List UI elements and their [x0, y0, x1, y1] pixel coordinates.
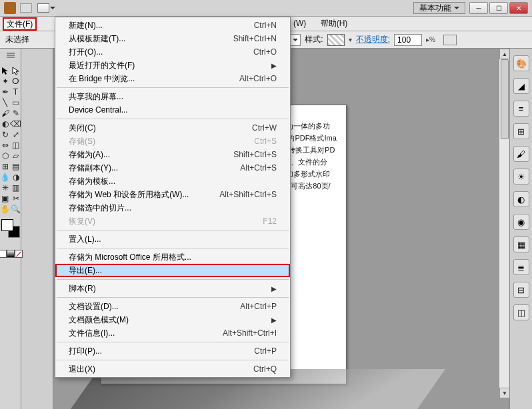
close-button[interactable]: ✕ [509, 2, 528, 14]
menu-item[interactable]: 最近打开的文件(F)▶ [55, 59, 290, 72]
scroll-down-icon[interactable]: ▼ [499, 388, 509, 398]
menu-item-shortcut: Alt+Shift+Ctrl+I [223, 328, 277, 338]
menu-help[interactable]: 帮助(H) [321, 19, 348, 28]
menu-item-label: 存储为模板... [69, 176, 115, 187]
type-tool[interactable]: T [11, 87, 21, 97]
menu-item[interactable]: 存储为 Web 和设备所用格式(W)...Alt+Shift+Ctrl+S [55, 188, 290, 201]
menu-item[interactable]: 退出(X)Ctrl+Q [55, 362, 290, 376]
mesh-tool[interactable]: ⊞ [1, 162, 10, 171]
free-transform-tool[interactable]: ◫ [11, 141, 21, 150]
scroll-up-icon[interactable]: ▲ [499, 49, 509, 59]
appearance-panel-icon[interactable]: ◉ [513, 214, 529, 230]
menu-item[interactable]: 脚本(R)▶ [55, 282, 290, 295]
file-menu-dropdown: 新建(N)...Ctrl+N从模板新建(T)...Shift+Ctrl+N打开(… [55, 17, 291, 378]
pen-tool[interactable]: ✒ [1, 87, 10, 97]
secondary-panel [21, 49, 53, 409]
graphic-styles-panel-icon[interactable]: ▦ [513, 236, 529, 252]
chevron-down-icon [454, 7, 459, 12]
color-mode-solid[interactable] [0, 250, 7, 258]
menu-item[interactable]: 存储为(A)...Shift+Ctrl+S [55, 148, 290, 161]
menu-item-shortcut: Shift+Ctrl+N [233, 34, 277, 43]
fill-color[interactable] [1, 219, 13, 231]
menu-item[interactable]: 打印(P)...Ctrl+P [55, 344, 290, 358]
rotate-tool[interactable]: ↻ [1, 130, 10, 139]
blend-tool[interactable]: ◑ [11, 173, 21, 182]
color-mode-gradient[interactable] [7, 250, 15, 258]
minimize-button[interactable]: ─ [469, 2, 488, 14]
color-panel-icon[interactable]: 🎨 [513, 55, 529, 71]
menu-item[interactable]: 打开(O)...Ctrl+O [55, 45, 290, 59]
menu-item[interactable]: 存储副本(Y)...Alt+Ctrl+S [55, 161, 290, 175]
swatches-panel-icon[interactable]: ⊞ [513, 123, 529, 139]
menu-item-shortcut: Alt+Ctrl+O [239, 74, 277, 83]
scale-tool[interactable]: ⤢ [11, 130, 21, 139]
eyedropper-tool[interactable]: 💧 [1, 173, 10, 182]
zoom-tool[interactable]: 🔍 [11, 204, 21, 214]
symbol-sprayer-tool[interactable]: ✳ [1, 183, 10, 193]
options-end-icon[interactable] [443, 35, 457, 45]
paintbrush-tool[interactable]: 🖌 [1, 109, 10, 118]
document-switcher[interactable] [37, 3, 49, 13]
magic-wand-tool[interactable]: ✦ [1, 77, 10, 86]
style-dropdown-icon[interactable]: ▾ [349, 36, 352, 43]
no-selection-label: 未选择 [5, 34, 29, 45]
menu-item[interactable]: 从模板新建(T)...Shift+Ctrl+N [55, 32, 290, 45]
perspective-tool[interactable]: ▱ [11, 151, 21, 161]
noselect-indicator [21, 53, 53, 55]
menu-item[interactable]: 文件信息(I)...Alt+Shift+Ctrl+I [55, 326, 290, 340]
menu-item[interactable]: 新建(N)...Ctrl+N [55, 19, 290, 32]
menu-item[interactable]: 存储为模板... [55, 175, 290, 188]
direct-selection-tool[interactable] [11, 66, 21, 75]
style-swatch[interactable] [327, 34, 345, 46]
menu-item[interactable]: 关闭(C)Ctrl+W [55, 121, 290, 135]
fill-stroke-swatch[interactable] [1, 219, 20, 238]
menu-item[interactable]: 在 Bridge 中浏览...Alt+Ctrl+O [55, 72, 290, 85]
menu-item-label: 共享我的屏幕... [69, 91, 123, 103]
gradient-panel-icon[interactable]: ◢ [513, 78, 529, 94]
color-mode-none[interactable] [15, 250, 23, 258]
menu-item[interactable]: 导出(E)... [55, 264, 290, 277]
brushes-panel-icon[interactable]: 🖌 [513, 146, 529, 162]
pencil-tool[interactable]: ✎ [11, 109, 21, 118]
menu-item-label: 脚本(R) [69, 283, 96, 294]
submenu-arrow-icon: ▶ [265, 62, 277, 69]
opacity-link[interactable]: 不透明度: [356, 34, 390, 45]
panel-grip-icon[interactable] [7, 53, 15, 54]
line-tool[interactable]: ╲ [1, 98, 10, 107]
maximize-button[interactable]: ☐ [489, 2, 508, 14]
lasso-tool[interactable]: ⵔ [11, 77, 21, 86]
rectangle-tool[interactable]: ▭ [11, 98, 21, 107]
layers-panel-icon[interactable]: ≣ [513, 259, 529, 275]
selection-tool[interactable] [1, 66, 10, 75]
menu-separator [57, 297, 289, 298]
menu-item[interactable]: 文档颜色模式(M)▶ [55, 313, 290, 326]
menu-item-shortcut: Ctrl+N [254, 21, 277, 30]
menu-item[interactable]: 置入(L)... [55, 232, 290, 246]
opacity-stepper-icon[interactable]: ▸% [426, 36, 435, 43]
transparency-panel-icon[interactable]: ◐ [513, 191, 529, 207]
shape-builder-tool[interactable]: ⬡ [1, 151, 10, 161]
menu-file[interactable]: 文件(F) [3, 17, 37, 31]
align-panel-icon[interactable]: ⊟ [513, 282, 529, 298]
hand-tool[interactable]: ✋ [1, 204, 10, 214]
menu-item[interactable]: Device Central... [55, 103, 290, 117]
blob-brush-tool[interactable]: ◐ [1, 119, 10, 129]
symbols-panel-icon[interactable]: ☀ [513, 169, 529, 185]
menu-window[interactable]: (W) [293, 19, 306, 28]
slice-tool[interactable]: ✂ [11, 194, 21, 203]
workspace-switcher[interactable]: 基本功能 [413, 2, 465, 14]
graph-tool[interactable]: ▥ [11, 183, 21, 193]
menu-item[interactable]: 存储为 Microsoft Office 所用格式... [55, 250, 290, 264]
opacity-field[interactable]: 100 [394, 34, 422, 46]
vertical-scrollbar[interactable]: ▲ ▼ [499, 49, 509, 398]
menu-item[interactable]: 存储选中的切片... [55, 201, 290, 214]
pathfinder-panel-icon[interactable]: ◫ [513, 304, 529, 320]
artboard-tool[interactable]: ▣ [1, 194, 10, 203]
width-tool[interactable]: ⇔ [1, 141, 10, 150]
menu-item[interactable]: 共享我的屏幕... [55, 90, 290, 103]
eraser-tool[interactable]: ⌫ [11, 119, 21, 129]
gradient-tool[interactable]: ▤ [11, 162, 21, 171]
menu-item[interactable]: 文档设置(D)...Alt+Ctrl+P [55, 300, 290, 313]
scroll-thumb[interactable] [501, 59, 509, 139]
stroke-panel-icon[interactable]: ≡ [513, 101, 529, 117]
